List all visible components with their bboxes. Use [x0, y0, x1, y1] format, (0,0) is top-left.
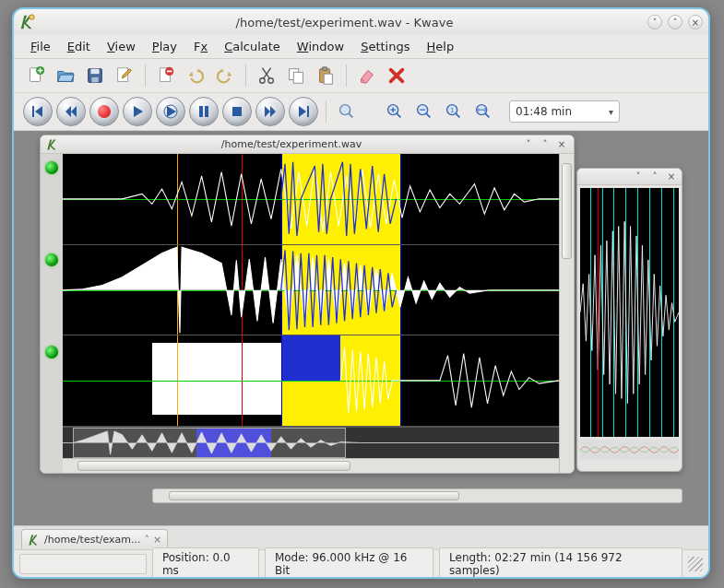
close-button[interactable]: ×	[688, 15, 703, 29]
zoom-fit-button[interactable]	[334, 99, 360, 124]
menu-file[interactable]: Filedocument.currentScript.previousSibli…	[23, 37, 58, 56]
doc-icon	[46, 138, 59, 151]
undo-button[interactable]	[183, 63, 208, 88]
menubar: Filedocument.currentScript.previousSibli…	[14, 35, 708, 59]
stop-button[interactable]	[222, 97, 252, 126]
play-button[interactable]	[123, 97, 152, 126]
scope-panel: ˅ ˄ ×	[576, 168, 682, 472]
track-led-column	[41, 154, 63, 473]
zoom-out-button[interactable]	[411, 99, 437, 124]
record-icon	[98, 105, 111, 118]
copy-button[interactable]	[283, 63, 309, 88]
track-1-led[interactable]	[45, 161, 58, 174]
erase-button[interactable]	[354, 63, 380, 88]
window-title: /home/test/experiment.wav - Kwave	[42, 16, 647, 29]
oscilloscope-display	[580, 188, 679, 437]
zoom-all-button[interactable]	[470, 99, 496, 124]
waveform-area[interactable]	[63, 154, 559, 473]
time-zoom-value: 01:48 min	[516, 105, 572, 118]
mdi-workspace: ˅ ˄ ×	[14, 131, 708, 527]
loop-play-button[interactable]	[156, 97, 185, 126]
svg-rect-21	[307, 106, 309, 117]
new-file-button[interactable]	[23, 63, 49, 88]
scope-max-button[interactable]: ˄	[648, 171, 661, 183]
save-file-button[interactable]	[82, 63, 108, 88]
scope-overview	[580, 440, 679, 460]
doc-close-button[interactable]: ×	[555, 138, 568, 151]
tab-detach-button[interactable]: ˄	[144, 534, 149, 546]
svg-rect-16	[32, 106, 34, 117]
vertical-scrollbar[interactable]	[559, 154, 574, 473]
tab-bar: /home/test/exam... ˄ ×	[14, 525, 708, 549]
track-3-waveform[interactable]	[63, 335, 559, 427]
transport-toolbar: 1 01:48 min ▾	[14, 93, 708, 131]
minimize-button[interactable]: ˅	[647, 15, 662, 29]
time-zoom-selector[interactable]: 01:48 min ▾	[509, 100, 620, 123]
titlebar: /home/test/experiment.wav - Kwave ˅ ˄ ×	[14, 9, 708, 35]
menu-view[interactable]: View	[100, 37, 143, 56]
track-2-waveform[interactable]	[63, 245, 559, 336]
main-window: /home/test/experiment.wav - Kwave ˅ ˄ × …	[12, 7, 710, 579]
svg-rect-18	[199, 106, 203, 117]
forward-button[interactable]	[255, 97, 285, 126]
menu-fx[interactable]: Fx	[186, 37, 215, 56]
tab-close-button[interactable]: ×	[153, 534, 161, 546]
maximize-button[interactable]: ˄	[668, 15, 682, 29]
scope-close-button[interactable]: ×	[665, 171, 678, 183]
status-length: Length: 02:27 min (14 156 972 samples)	[439, 547, 682, 580]
status-position: Position: 0.0 ms	[152, 547, 259, 580]
file-toolbar	[14, 59, 708, 93]
svg-rect-20	[232, 107, 242, 116]
svg-rect-12	[293, 72, 303, 83]
horizontal-scrollbar[interactable]	[63, 458, 559, 473]
svg-point-9	[260, 78, 266, 84]
resize-grip[interactable]	[688, 557, 703, 571]
menu-window[interactable]: Window	[290, 37, 351, 56]
status-mode: Mode: 96.000 kHz @ 16 Bit	[265, 547, 433, 580]
redo-button[interactable]	[212, 63, 238, 88]
svg-text:1: 1	[450, 107, 454, 114]
pause-button[interactable]	[189, 97, 219, 126]
open-file-button[interactable]	[53, 63, 78, 88]
track-3-led[interactable]	[45, 346, 58, 359]
status-empty-cell	[19, 554, 147, 574]
svg-rect-4	[90, 69, 99, 75]
doc-min-button[interactable]: ˅	[522, 138, 535, 151]
menu-calculate[interactable]: Calculate	[217, 37, 288, 56]
track-2-led[interactable]	[45, 253, 58, 266]
zoom-in-button[interactable]	[382, 99, 408, 124]
svg-rect-15	[324, 74, 332, 84]
scope-min-button[interactable]: ˅	[632, 171, 645, 183]
document-tab[interactable]: /home/test/exam... ˄ ×	[21, 529, 168, 549]
svg-rect-5	[91, 77, 98, 83]
menu-settings[interactable]: Settings	[353, 37, 417, 56]
record-button[interactable]	[89, 97, 119, 126]
overview-strip[interactable]	[63, 427, 559, 458]
svg-point-10	[268, 78, 274, 84]
menu-edit[interactable]: Edit	[60, 37, 98, 56]
skip-start-button[interactable]	[23, 97, 53, 126]
status-bar: Position: 0.0 ms Mode: 96.000 kHz @ 16 B…	[14, 549, 708, 577]
svg-point-0	[30, 15, 34, 19]
menu-play[interactable]: Play	[145, 37, 184, 56]
skip-end-button[interactable]	[289, 97, 318, 126]
zoom-100-button[interactable]: 1	[441, 99, 467, 124]
rewind-button[interactable]	[56, 97, 86, 126]
chevron-down-icon: ▾	[609, 107, 613, 117]
svg-rect-19	[205, 106, 208, 117]
cut-button[interactable]	[254, 63, 279, 88]
document-window: /home/test/experiment.wav ˅ ˄ ×	[40, 135, 575, 474]
document-header: /home/test/experiment.wav ˅ ˄ ×	[41, 135, 574, 154]
svg-rect-14	[322, 67, 327, 71]
track-1-waveform[interactable]	[63, 154, 559, 245]
delete-button[interactable]	[384, 63, 409, 88]
doc-max-button[interactable]: ˄	[539, 138, 552, 151]
paste-button[interactable]	[313, 63, 338, 88]
tab-icon	[28, 534, 41, 547]
edit-file-button[interactable]	[112, 63, 137, 88]
menu-help[interactable]: Help	[419, 37, 461, 56]
document-title: /home/test/experiment.wav	[65, 138, 518, 150]
close-file-button[interactable]	[153, 63, 179, 88]
tab-label: /home/test/exam...	[44, 534, 140, 546]
secondary-scrollbar[interactable]	[152, 488, 682, 503]
